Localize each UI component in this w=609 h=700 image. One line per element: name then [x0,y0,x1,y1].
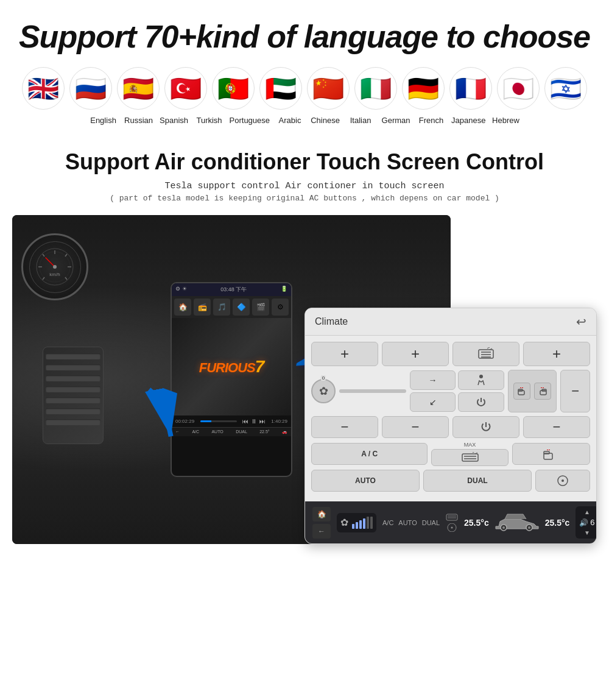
climate-back-btn[interactable]: ↩ [576,314,586,329]
ac-btn[interactable]: A / C [311,443,428,465]
flag-item-french: 🇫🇷 [449,67,492,110]
movie-title: FURIOUS7 [199,357,264,377]
seat-heat-toggle-btn[interactable] [512,443,590,465]
nav-icon-4[interactable]: 🔷 [233,299,250,316]
svg-point-28 [561,479,564,482]
temp-right-minus-btn[interactable]: − [382,416,449,438]
car-icon-small: 🚗 [282,430,287,434]
flag-hebrew: 🇮🇱 [544,67,587,110]
nav-icon-3[interactable]: 🎵 [213,299,230,316]
flag-italian: 🇮🇹 [354,67,397,110]
fan-bars [352,517,373,529]
lang-label-italian: Italian [345,116,376,125]
nav-icon-6[interactable]: ⚙ [272,299,289,316]
nav-icon-2[interactable]: 📻 [194,299,211,316]
power-btn[interactable] [458,392,504,412]
auto-btn[interactable]: AUTO [311,470,420,492]
main-title: Support 70+kind of language to choose [12,18,597,55]
temp-left-minus-btn[interactable]: − [311,416,378,438]
volume-up-btn[interactable]: ▲ [584,509,590,515]
prev-btn[interactable]: ⏮ [242,418,248,425]
ac-label: A/C [192,430,199,434]
dual-label: DUAL [236,430,247,434]
flag-item-japanese: 🇯🇵 [497,67,540,110]
seat-heat-left-btn[interactable] [513,383,530,400]
volume-down-btn[interactable]: ▼ [584,529,590,536]
fan-minus-btn[interactable]: − [523,416,590,438]
air-curve-btn[interactable]: ↙ [410,392,456,412]
flag-item-chinese: 🇨🇳 [307,67,350,110]
tesla-screen: ⚙ ☀ 03:48 下午 🔋 🏠 📻 🎵 🔷 🎬 ⚙ [171,282,292,477]
lang-label-arabic: Arabic [275,116,305,125]
max-defrost-btn[interactable] [431,449,508,466]
svg-point-10 [53,265,57,269]
home-btn[interactable]: 🏠 [312,507,331,521]
nav-icon-5[interactable]: 🎬 [252,299,269,316]
bar-2 [356,522,358,529]
next-btn[interactable]: ⏭ [259,418,266,425]
language-section: Support 70+kind of language to choose 🇬🇧… [0,0,609,131]
play-btn[interactable]: ⏸ [251,418,257,425]
flag-japanese: 🇯🇵 [497,67,540,110]
ac-section: Support Air conditioner Touch Screen Con… [0,131,609,550]
car-icon-bottom [493,509,541,536]
screen-icons-left: ⚙ ☀ [175,286,187,294]
dual-btn[interactable]: DUAL [423,470,532,492]
bottom-auto-label: AUTO [398,519,417,526]
climate-row-auto: AUTO DUAL [311,470,590,492]
back-btn[interactable]: ← [312,524,331,539]
lang-label-chinese: Chinese [310,116,340,125]
svg-point-34 [502,526,505,529]
fan-plus-btn[interactable]: + [523,342,590,366]
svg-line-8 [43,277,44,280]
nav-icon-1[interactable]: 🏠 [174,299,191,316]
flag-item-english: 🇬🇧 [22,67,65,110]
svg-line-6 [43,254,44,256]
temp-left-plus-btn[interactable]: + [311,342,378,366]
volume-icon: 🔊 [579,518,588,527]
screen-time: 03:48 下午 [220,286,247,294]
climate-row-plus: + + + [311,342,590,366]
lang-label-german: German [381,116,411,125]
lang-label-hebrew: Hebrew [490,116,521,125]
bottom-icon-row [446,513,458,532]
fan-circle[interactable]: 0 ✿ [311,379,336,403]
fan-section: 0 ✿ [311,379,406,403]
temp-right-value: 25.5°c [545,518,570,528]
climate-controls: + + + [305,336,596,501]
auto-label: AUTO [211,430,223,434]
climate-row-labels: A / C MAX [311,442,590,466]
bottom-ac-label: A/C [382,519,393,526]
climate-title: Climate [315,316,348,327]
bottom-dual-label: DUAL [422,519,440,526]
flag-item-arabic: 🇦🇪 [259,67,302,110]
speedometer: km/h [21,233,88,300]
progress-bar[interactable] [200,420,237,422]
power-off-btn[interactable] [452,416,519,438]
seat-heat-right-btn[interactable] [534,383,551,400]
fan-speed-bar [339,389,406,393]
ac-title: Support Air conditioner Touch Screen Con… [12,149,597,175]
time-total: 1:40:29 [271,419,287,424]
air-forward-btn[interactable]: → [410,370,456,390]
recirculate-btn[interactable] [535,470,590,492]
bar-4 [363,518,365,529]
defrost-rear-plus-btn[interactable] [452,342,519,366]
play-controls: ⏮ ⏸ ⏭ [242,418,266,425]
flag-english: 🇬🇧 [22,67,65,110]
air-person-btn[interactable] [458,370,504,390]
right-temp-minus-extra[interactable]: − [560,370,590,412]
speed-inner: km/h [29,241,81,293]
flag-chinese: 🇨🇳 [307,67,350,110]
climate-row-middle: 0 ✿ → [311,370,590,412]
volume-value: 6 [590,518,594,527]
lang-label-russian: Russian [124,116,154,125]
defrost-icon [446,513,458,521]
flag-item-german: 🇩🇪 [402,67,445,110]
bar-6 [370,517,373,529]
svg-line-3 [65,254,67,256]
temp-right-plus-btn[interactable]: + [382,342,449,366]
lang-label-portuguese: Portuguese [230,116,270,125]
flag-item-turkish: 🇹🇷 [164,67,207,110]
bar-3 [359,520,362,529]
